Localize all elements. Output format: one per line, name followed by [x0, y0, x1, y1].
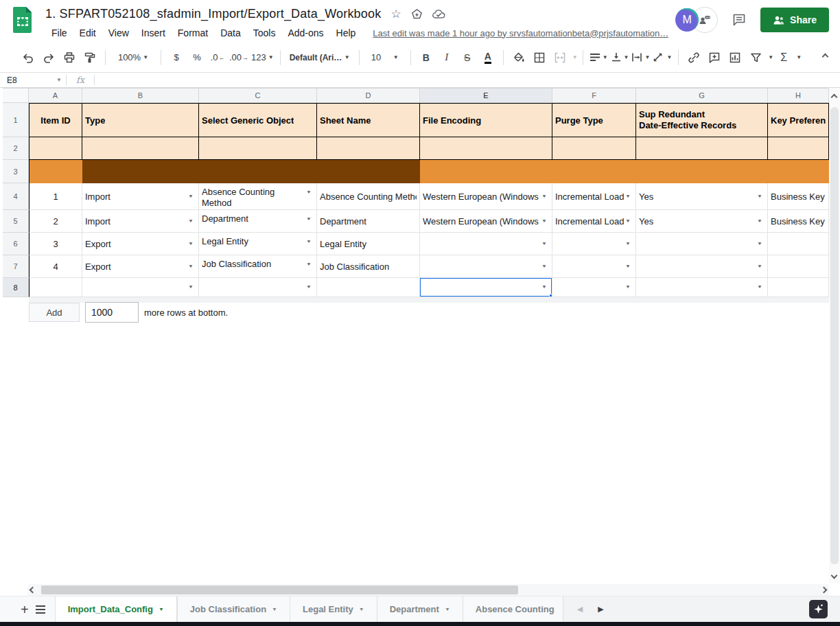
cell-H6[interactable] — [768, 233, 829, 255]
cell-E3[interactable] — [420, 160, 552, 183]
cell-C3[interactable] — [199, 160, 317, 183]
tab-absence-counting[interactable]: Absence Counting — [463, 596, 563, 622]
cell-dropdown-icon[interactable]: ▼ — [757, 264, 765, 268]
cell-E2[interactable] — [420, 137, 552, 160]
increase-decimal-icon[interactable]: .00→ — [229, 48, 248, 67]
row-header-8[interactable]: 8 — [3, 278, 29, 297]
cell-F7[interactable]: ▼ — [552, 255, 636, 278]
text-rotation-icon[interactable]: ▼ — [653, 48, 672, 67]
menu-tools[interactable]: Tools — [247, 26, 282, 40]
cell-dropdown-icon[interactable]: ▼ — [541, 285, 549, 290]
cell-D2[interactable] — [317, 137, 420, 160]
row-header-7[interactable]: 7 — [3, 255, 29, 278]
cell-C7[interactable]: Job Classification▼ — [199, 255, 317, 278]
cell-G7[interactable]: ▼ — [636, 255, 768, 278]
zoom-select[interactable]: 100%▼ — [112, 48, 154, 67]
tab-menu-icon[interactable]: ▼ — [359, 607, 364, 612]
tabs-scroll-right-icon[interactable]: ▶ — [598, 605, 603, 614]
cell-A4[interactable]: 1 — [29, 183, 82, 210]
cell-dropdown-icon[interactable]: ▼ — [757, 241, 765, 246]
tabs-scroll-left-icon[interactable]: ◀ — [577, 605, 583, 614]
scroll-up-icon[interactable] — [831, 94, 838, 101]
row-header-4[interactable]: 4 — [3, 183, 29, 210]
cell-dropdown-icon[interactable]: ▼ — [625, 285, 633, 290]
add-rows-button[interactable]: Add — [29, 303, 80, 322]
cell-dropdown-icon[interactable]: ▼ — [625, 218, 633, 223]
cell-D3[interactable] — [317, 160, 420, 183]
sheets-logo-icon[interactable] — [12, 6, 33, 36]
cell-dropdown-icon[interactable]: ▼ — [541, 218, 549, 223]
tab-department[interactable]: Department ▼ — [377, 596, 463, 622]
row-header-3[interactable]: 3 — [3, 160, 29, 183]
row-header-6[interactable]: 6 — [3, 233, 29, 255]
decrease-decimal-icon[interactable]: .0← — [209, 48, 226, 67]
font-family-select[interactable]: Default (Ari…▼ — [287, 48, 353, 67]
vertical-align-icon[interactable]: ▼ — [611, 48, 629, 67]
cell-G5[interactable]: Yes▼ — [636, 210, 768, 233]
text-wrap-icon[interactable]: ▼ — [631, 48, 650, 67]
cell-A2[interactable] — [29, 137, 82, 160]
cell-dropdown-icon[interactable]: ▼ — [541, 241, 549, 246]
cell-C4[interactable]: Absence Counting Method▼ — [199, 183, 317, 210]
insert-comment-icon[interactable] — [705, 48, 723, 67]
scroll-right-icon[interactable] — [821, 587, 828, 594]
insert-chart-icon[interactable] — [726, 48, 744, 67]
cell-F8[interactable]: ▼ — [552, 278, 636, 297]
tab-legal-entity[interactable]: Legal Entity ▼ — [290, 596, 377, 622]
cell-dropdown-icon[interactable]: ▼ — [541, 264, 549, 268]
cell-E7[interactable]: ▼ — [420, 255, 552, 278]
cell-E4[interactable]: Western European (Windows▼ — [420, 183, 552, 210]
format-percent-icon[interactable]: % — [188, 48, 206, 67]
merge-cells-icon[interactable] — [551, 48, 569, 67]
horizontal-scrollbar-thumb[interactable] — [41, 586, 518, 594]
column-header-G[interactable]: G — [636, 88, 768, 103]
cell-dropdown-icon[interactable]: ▼ — [625, 194, 633, 198]
cell-H1[interactable]: Key Preference — [768, 103, 829, 137]
cell-G2[interactable] — [636, 137, 768, 160]
cell-dropdown-icon[interactable]: ▼ — [625, 241, 633, 246]
cell-A6[interactable]: 3 — [29, 233, 82, 255]
document-status-icon[interactable] — [432, 9, 445, 19]
italic-icon[interactable]: I — [438, 48, 456, 67]
cell-A3[interactable] — [29, 160, 82, 183]
cell-D5[interactable]: Department — [317, 210, 420, 233]
cell-dropdown-icon[interactable]: ▼ — [188, 241, 196, 246]
name-box[interactable]: E8 ▼ — [0, 76, 66, 85]
undo-icon[interactable] — [19, 48, 37, 67]
cell-F4[interactable]: Incremental Load▼ — [552, 183, 636, 210]
cell-dropdown-icon[interactable]: ▼ — [306, 283, 314, 292]
last-edit-link[interactable]: Last edit was made 1 hour ago by srvsfau… — [373, 28, 668, 38]
menu-insert[interactable]: Insert — [135, 26, 172, 40]
tab-menu-icon[interactable]: ▼ — [445, 607, 450, 612]
cell-G8[interactable]: ▼ — [636, 278, 768, 297]
cell-B4[interactable]: Import▼ — [82, 183, 199, 210]
menu-data[interactable]: Data — [214, 26, 247, 40]
cell-dropdown-icon[interactable]: ▼ — [188, 218, 196, 223]
cell-D1[interactable]: Sheet Name — [317, 103, 420, 137]
cell-C2[interactable] — [199, 137, 317, 160]
document-title[interactable]: 1. SFPART052108_sfadmin_Import/Export_Da… — [45, 7, 381, 21]
cell-A1[interactable]: Item ID — [29, 103, 82, 137]
column-header-D[interactable]: D — [317, 88, 420, 103]
select-all-corner[interactable] — [3, 88, 29, 103]
cell-B7[interactable]: Export▼ — [82, 255, 199, 278]
cell-F2[interactable] — [552, 137, 636, 160]
cell-C8[interactable]: ▼ — [199, 278, 317, 297]
all-sheets-icon[interactable] — [36, 605, 45, 614]
cell-dropdown-icon[interactable]: ▼ — [306, 260, 314, 269]
menu-file[interactable]: File — [45, 26, 73, 40]
print-icon[interactable] — [60, 48, 78, 67]
cell-dropdown-icon[interactable]: ▼ — [757, 285, 765, 290]
cell-E5[interactable]: Western European (Windows▼ — [420, 210, 552, 233]
cell-E1[interactable]: File Encoding — [420, 103, 552, 137]
cell-B8[interactable]: ▼ — [82, 278, 199, 297]
menu-view[interactable]: View — [102, 26, 135, 40]
collapse-toolbar-icon[interactable] — [823, 49, 828, 62]
cell-G1[interactable]: Sup Redundant Date-Effective Records — [636, 103, 768, 137]
cell-H2[interactable] — [768, 137, 829, 160]
cell-B5[interactable]: Import▼ — [82, 210, 199, 233]
cell-A5[interactable]: 2 — [29, 210, 82, 233]
cell-H7[interactable] — [768, 255, 829, 278]
fill-color-icon[interactable] — [510, 48, 528, 67]
menu-edit[interactable]: Edit — [73, 26, 102, 40]
